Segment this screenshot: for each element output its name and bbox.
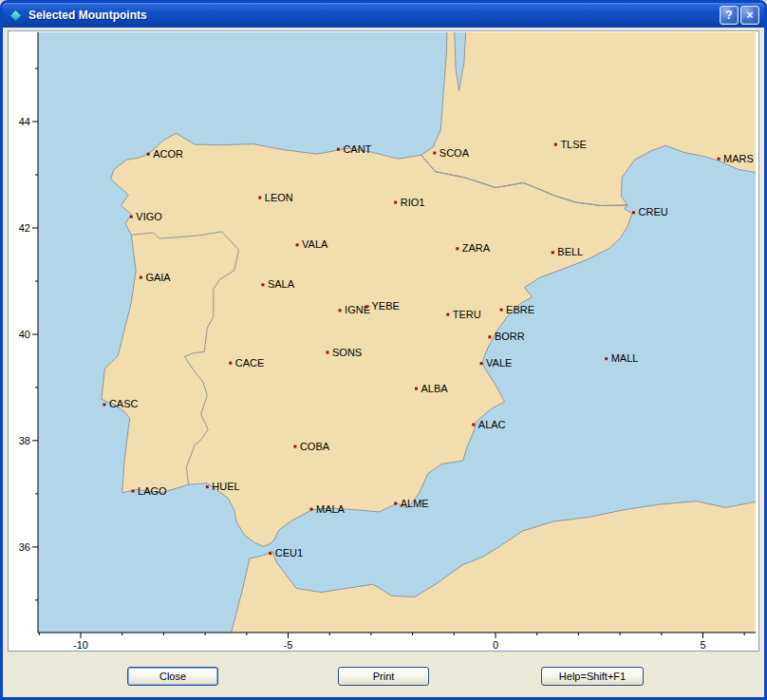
station-marker (229, 362, 232, 365)
x-tick-label: -10 (73, 639, 88, 651)
station-label: ACOR (153, 148, 183, 160)
map-panel: ACORVIGOCANTSCOATLSEMARSLEONRIO1CREUVALA… (8, 30, 759, 652)
station-marker (446, 313, 449, 316)
station-marker (339, 309, 342, 312)
station-label: GAIA (145, 272, 171, 283)
station-label: VALA (302, 238, 328, 250)
station-label: TLSE (560, 139, 587, 150)
station-marker (310, 508, 313, 511)
station-label: CREU (639, 206, 668, 218)
station-marker (718, 158, 720, 161)
y-tick-label: 38 (19, 435, 30, 446)
station-marker (365, 305, 368, 308)
station-label: SALA (268, 278, 295, 290)
station-label: TERU (453, 309, 481, 320)
window-title: Selected Mountpoints (28, 9, 147, 22)
caption-buttons: ? × (720, 6, 759, 25)
station-marker (140, 276, 142, 279)
station-label: MALA (316, 503, 346, 515)
help-button[interactable]: Help=Shift+F1 (541, 667, 644, 686)
print-button[interactable]: Print (338, 667, 429, 686)
station-label: CEU1 (275, 547, 303, 558)
title-bar[interactable]: Selected Mountpoints ? × (3, 3, 764, 28)
x-tick-label: -5 (284, 639, 293, 651)
station-label: YEBE (372, 300, 400, 312)
station-marker (103, 403, 105, 406)
station-marker (147, 153, 150, 156)
station-marker (480, 362, 483, 365)
station-label: VALE (486, 357, 512, 369)
station-label: RIO1 (401, 197, 425, 208)
station-marker (130, 216, 133, 218)
station-label: MARS (723, 153, 754, 164)
station-marker (500, 309, 503, 312)
dialog-body: ACORVIGOCANTSCOATLSEMARSLEONRIO1CREUVALA… (3, 28, 764, 700)
station-label: ALME (401, 498, 429, 509)
station-label: CASC (109, 398, 139, 409)
station-label: ZARA (462, 242, 491, 254)
station-marker (433, 152, 436, 155)
station-label: EBRE (506, 304, 534, 315)
x-tick-label: 5 (700, 639, 705, 651)
station-marker (293, 445, 296, 448)
station-marker (394, 502, 397, 505)
y-tick-label: 36 (19, 541, 30, 553)
station-marker (337, 148, 340, 151)
station-label: SCOA (440, 147, 470, 159)
station-label: HUEL (212, 481, 239, 492)
close-button[interactable]: Close (127, 667, 218, 686)
station-marker (261, 283, 264, 286)
station-marker (327, 351, 329, 354)
station-label: CANT (343, 143, 371, 155)
station-marker (632, 211, 635, 214)
station-marker (605, 357, 608, 360)
station-label: COBA (300, 441, 330, 452)
station-marker (456, 247, 458, 250)
y-tick-label: 44 (19, 116, 30, 127)
y-tick-label: 42 (19, 222, 30, 234)
station-marker (472, 424, 475, 426)
station-label: LAGO (138, 485, 167, 497)
station-label: ALAC (478, 419, 506, 430)
station-label: SONS (332, 347, 362, 358)
station-label: BELL (557, 246, 583, 257)
station-label: MALL (611, 352, 639, 364)
station-label: LEON (265, 192, 293, 203)
station-marker (258, 197, 261, 199)
station-marker (552, 251, 554, 254)
station-marker (206, 485, 209, 488)
station-label: ALBA (421, 383, 449, 394)
station-marker (488, 335, 491, 338)
y-tick-label: 40 (19, 329, 30, 340)
station-label: VIGO (136, 211, 162, 222)
station-marker (554, 143, 557, 146)
station-label: BORR (495, 331, 525, 342)
station-marker (394, 201, 397, 204)
window-icon (9, 9, 22, 21)
help-icon[interactable]: ? (720, 6, 739, 25)
station-marker (296, 243, 299, 246)
station-label: CACE (235, 357, 265, 369)
map-plot: ACORVIGOCANTSCOATLSEMARSLEONRIO1CREUVALA… (9, 31, 758, 651)
station-marker (269, 552, 271, 555)
station-marker (132, 490, 135, 493)
x-tick-label: 0 (493, 639, 498, 651)
station-marker (415, 388, 418, 390)
dialog-window: Selected Mountpoints ? × ACORVIGOCANTSCO… (0, 0, 767, 700)
close-icon[interactable]: × (740, 6, 759, 25)
